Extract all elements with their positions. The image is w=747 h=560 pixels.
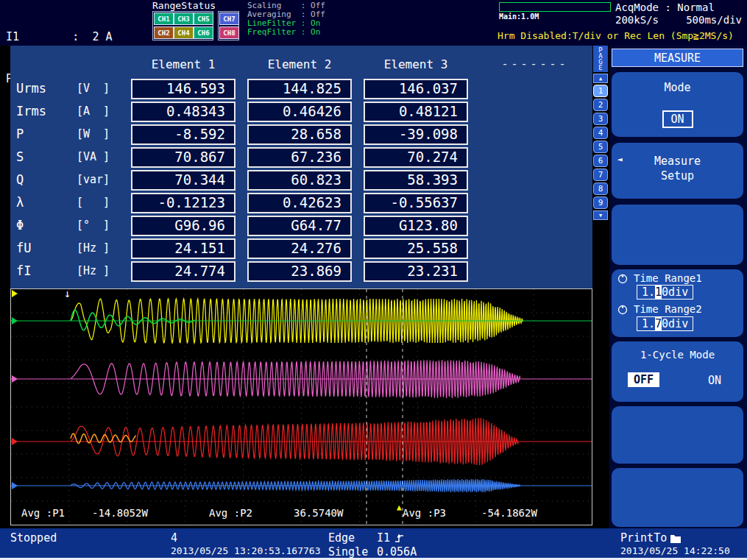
measure-row-S: S[VA ]70.86767.23670.274 bbox=[10, 147, 592, 168]
value-fU-element3: 25.558 bbox=[364, 238, 468, 259]
time-per-div: 500ms/div bbox=[686, 14, 742, 26]
system-datetime: 2013/05/25 14:22:50 bbox=[620, 545, 730, 556]
u4-marker-icon bbox=[12, 482, 18, 489]
soft-button-empty-1[interactable] bbox=[612, 205, 743, 265]
measure-setup-button[interactable]: ◄ Measure Setup bbox=[612, 143, 743, 199]
page-button-7[interactable]: 7 bbox=[593, 169, 608, 181]
time-range1-label: Time Range1 bbox=[634, 272, 702, 284]
trigger-level: 0.056A bbox=[377, 545, 417, 559]
function-name: P bbox=[16, 127, 24, 141]
page-button-2[interactable]: 2 bbox=[593, 99, 608, 111]
trigger-source-block: I1 bbox=[377, 531, 405, 545]
value-Q-element2: 60.823 bbox=[247, 170, 352, 191]
cycle-off-option[interactable]: OFF bbox=[628, 372, 659, 387]
trigger-position-icon: ↓ bbox=[64, 287, 71, 300]
waveform-display: ↓ ▲ Avg :P1-14.8052WAvg :P236.5740WAvg :… bbox=[10, 288, 592, 525]
function-unit: [Hz ] bbox=[77, 264, 110, 277]
acquisition-count: 4 bbox=[171, 531, 177, 545]
knob-icon bbox=[617, 274, 628, 284]
main-memory-label: Main:1.0M bbox=[499, 13, 539, 21]
avg-label-3: Avg :P3 bbox=[403, 507, 446, 519]
folder-icon bbox=[670, 534, 681, 543]
value-Φ-element1: G96.96 bbox=[131, 216, 236, 236]
trigger-setting: Single bbox=[328, 545, 368, 559]
filter-status-list: Scaling : OffAveraging : OffLineFilter :… bbox=[247, 1, 325, 37]
function-name: Q bbox=[16, 172, 24, 187]
element3-header: Element 3 bbox=[364, 57, 468, 71]
record-length-bar bbox=[499, 2, 611, 12]
page-button-8[interactable]: 8 bbox=[593, 182, 608, 195]
value-fI-element1: 24.774 bbox=[131, 261, 236, 282]
mode-button[interactable]: Mode ON bbox=[612, 72, 743, 137]
element1-header: Element 1 bbox=[131, 57, 236, 71]
page-button-9[interactable]: 9 bbox=[593, 196, 608, 209]
avg-label-1: Avg :P1 bbox=[21, 507, 65, 519]
value-Irms-element1: 0.48343 bbox=[131, 102, 236, 122]
value-fI-element2: 23.869 bbox=[247, 261, 352, 282]
value-S-element2: 67.236 bbox=[247, 147, 352, 168]
time-range1-pre: 1. bbox=[642, 286, 655, 299]
channel-badge-ch7: CH7 bbox=[219, 13, 239, 25]
page-button-4[interactable]: 4 bbox=[593, 127, 608, 139]
top-marker-icon bbox=[12, 290, 18, 297]
value-Φ-element3: G123.80 bbox=[364, 216, 468, 236]
knob-icon bbox=[617, 305, 628, 315]
time-range2-post: 0div bbox=[662, 317, 688, 330]
element4-header-dashes: ------- bbox=[487, 57, 583, 71]
function-name: fU bbox=[16, 241, 31, 255]
page-button-6[interactable]: 6 bbox=[593, 155, 608, 167]
power-analyzer-screen: I1 : 2 A Position : 0.00 div RangeStatus… bbox=[0, 0, 747, 560]
soft-button-empty-3[interactable] bbox=[612, 468, 743, 527]
page-down-button[interactable]: ▼ bbox=[593, 210, 608, 220]
avg-value-1: -14.8052W bbox=[92, 507, 148, 519]
value-λ-element2: 0.42623 bbox=[247, 193, 352, 213]
one-cycle-mode-button[interactable]: 1-Cycle Mode OFF ON bbox=[612, 341, 743, 402]
function-name: S bbox=[16, 149, 24, 164]
run-state: Stopped bbox=[10, 531, 57, 545]
value-λ-element1: -0.12123 bbox=[131, 193, 236, 213]
measure-row-Irms: Irms[A ]0.483430.464260.48121 bbox=[10, 102, 592, 122]
edge-trigger-icon bbox=[394, 533, 405, 544]
time-range-button[interactable]: Time Range1 1.10div Time Range2 1.70div bbox=[612, 269, 743, 337]
channel-badge-ch8: CH8 bbox=[219, 26, 239, 39]
mode-value: ON bbox=[662, 110, 693, 128]
acquisition-timestamp: 2013/05/25 13:20:53.167763 bbox=[171, 545, 321, 556]
time-range2-value[interactable]: 1.70div bbox=[637, 316, 693, 331]
measurement-panel: Element 1 Element 2 Element 3 ------- Ur… bbox=[10, 46, 592, 288]
measure-row-fU: fU[Hz ]24.15124.27625.558 bbox=[10, 238, 592, 259]
channel-badge-ch3: CH3 bbox=[174, 13, 194, 25]
function-unit: [A ] bbox=[77, 104, 110, 118]
avg-value-2: 36.5740W bbox=[294, 507, 343, 519]
soft-button-empty-2[interactable] bbox=[612, 406, 743, 464]
channel-badges-main: CH1CH3CH5CH2CH4CH6 bbox=[152, 11, 213, 40]
measure-row-fI: fI[Hz ]24.77423.86923.231 bbox=[10, 261, 592, 282]
function-unit: [Hz ] bbox=[77, 241, 110, 255]
channel-badge-ch2: CH2 bbox=[154, 26, 174, 39]
function-unit: [° ] bbox=[77, 219, 110, 232]
page-button-5[interactable]: 5 bbox=[593, 141, 608, 153]
one-cycle-mode-label: 1-Cycle Mode bbox=[612, 349, 743, 361]
time-range1-value[interactable]: 1.10div bbox=[637, 285, 693, 300]
trigger-source: I1 bbox=[377, 531, 390, 545]
page-up-button[interactable]: ▲ bbox=[593, 74, 608, 83]
value-S-element3: 70.274 bbox=[364, 147, 468, 168]
channel-badge-ch6: CH6 bbox=[194, 26, 213, 39]
trigger-mode: Edge bbox=[328, 531, 355, 545]
page-button-1[interactable]: 1 bbox=[593, 85, 608, 97]
function-name: Irms bbox=[16, 104, 46, 118]
channel-badge-ch5: CH5 bbox=[194, 13, 213, 25]
function-unit: [VA ] bbox=[77, 150, 110, 163]
cycle-on-option[interactable]: ON bbox=[708, 374, 721, 387]
function-name: fI bbox=[16, 263, 31, 278]
function-unit: [var] bbox=[77, 173, 110, 186]
soft-menu: MEASURE Mode ON ◄ Measure Setup Time Ran… bbox=[609, 46, 747, 528]
value-P-element3: -39.098 bbox=[364, 124, 468, 145]
print-destination[interactable]: PrintTo bbox=[620, 531, 681, 545]
function-name: λ bbox=[16, 195, 24, 210]
time-range2-digit: 7 bbox=[655, 317, 662, 330]
measure-row-Q: Q[var]70.34460.82358.393 bbox=[10, 170, 592, 191]
page-button-3[interactable]: 3 bbox=[593, 113, 608, 125]
value-fU-element1: 24.151 bbox=[131, 238, 236, 259]
harmonics-notice: Hrm Disabled:T/div or Rec Len (Smp≧2MS/s… bbox=[498, 30, 734, 41]
print-label: PrintTo bbox=[620, 531, 667, 545]
